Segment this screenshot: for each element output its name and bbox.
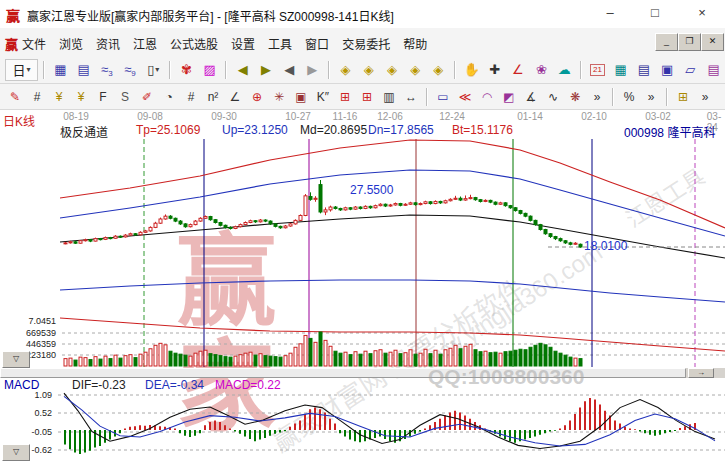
collapse-macd-button[interactable]: ▽ — [2, 444, 30, 461]
colored-chart-icon[interactable]: ▨ — [199, 60, 220, 80]
chart-canvas[interactable] — [0, 110, 725, 467]
knot-icon[interactable]: ▦ — [50, 60, 71, 80]
calculator-icon-glyph: ▦ — [615, 62, 627, 77]
collapse-volume-button[interactable]: ▽ — [2, 351, 30, 368]
menu-item-help[interactable]: 帮助 — [403, 35, 427, 52]
drag-hand-icon-glyph: ✋ — [463, 62, 479, 77]
angles-tool-icon[interactable]: ∡ — [521, 87, 541, 107]
square-spiral-icon[interactable]: ▣ — [291, 87, 311, 107]
prev-bar-icon-glyph: ◀ — [284, 62, 294, 77]
menu-item-trade-entrust[interactable]: 交易委托 — [342, 35, 390, 52]
period-selector-button-glyph: 日 — [12, 60, 25, 79]
more-tools-3-button[interactable]: » — [695, 87, 715, 107]
last-bar-icon[interactable]: ▶ — [255, 60, 276, 80]
clock-grid-icon[interactable]: ◔ — [159, 87, 179, 107]
maximize-button[interactable]: □ — [640, 5, 670, 23]
percent-icon[interactable]: % — [619, 87, 639, 107]
wave-9-icon[interactable]: ≈9 — [119, 60, 140, 80]
minimize-button[interactable]: – — [595, 5, 625, 23]
shift-right-icon[interactable]: ◈ — [358, 60, 379, 80]
box-tool-icon[interactable]: ▭ — [433, 87, 453, 107]
measure-icon[interactable]: ↔ — [401, 87, 421, 107]
win-grid-icon[interactable]: ⊞ — [357, 87, 377, 107]
fan-lines-icon[interactable]: ≪ — [455, 87, 475, 107]
price-axis-bottom-label: 7.0451 — [0, 316, 56, 326]
copy-icon[interactable]: ▱ — [680, 60, 701, 80]
grid-icon[interactable]: # — [27, 87, 47, 107]
menu-item-news[interactable]: 资讯 — [96, 35, 120, 52]
zigzag-icon[interactable]: ∿ — [543, 87, 563, 107]
period-selector-button[interactable]: 日▾ — [5, 59, 38, 81]
menu-item-window[interactable]: 窗口 — [305, 35, 329, 52]
flower-marker-icon[interactable]: ❀ — [531, 60, 552, 80]
expand-all-icon[interactable]: ◈ — [405, 60, 426, 80]
scroll-right-button[interactable]: → — [688, 368, 714, 378]
print-icon[interactable]: ▤ — [703, 60, 724, 80]
report-icon[interactable]: ▤ — [73, 60, 94, 80]
colored-chart-icon-glyph: ▨ — [203, 62, 215, 77]
next-bar-icon-glyph: ▶ — [307, 62, 317, 77]
spiral-icon[interactable]: S — [115, 87, 135, 107]
menu-logo-icon: 赢 — [5, 34, 18, 53]
shen-grid-icon[interactable]: ⊞ — [335, 87, 355, 107]
fan-square-icon[interactable]: ◩ — [499, 87, 519, 107]
app-logo-icon: 赢 — [6, 5, 20, 25]
drag-hand-icon[interactable]: ✋ — [461, 60, 482, 80]
date-tick-label: 12-24 — [439, 111, 465, 122]
menu-item-formula-stock-pick[interactable]: 公式选股 — [170, 35, 218, 52]
golden-grid-icon[interactable]: ⊞ — [673, 87, 693, 107]
menu-item-tools[interactable]: 工具 — [268, 35, 292, 52]
web-icon[interactable]: ✳ — [269, 87, 289, 107]
first-bar-icon[interactable]: ◀ — [232, 60, 253, 80]
date-tick-label: 09-08 — [137, 111, 163, 122]
mdi-minimize-button[interactable]: _ — [655, 33, 678, 51]
grid-icon-glyph: # — [34, 90, 41, 104]
date-tick-label: 02-10 — [581, 111, 607, 122]
gold-grid-1-icon[interactable]: ¥ — [49, 87, 69, 107]
chart-window: 赢家财富网 股票分析软件 www.yingjia360.com 江恩工具 赢家 … — [0, 110, 725, 467]
date-tick-label: 08-19 — [63, 111, 89, 122]
calendar-icon[interactable]: 21 — [587, 60, 608, 80]
horizontal-scrollbar[interactable]: → — [0, 368, 725, 378]
shift-left-icon[interactable]: ◈ — [335, 60, 356, 80]
expand-horizontal-icon[interactable]: ◈ — [381, 60, 402, 80]
compress-icon[interactable]: ◈ — [428, 60, 449, 80]
menu-item-browse[interactable]: 浏览 — [59, 35, 83, 52]
wave-3-icon[interactable]: ≈3 — [96, 60, 117, 80]
candle-style-button[interactable]: ▯▾ — [143, 60, 164, 80]
save-icon[interactable]: ▣ — [657, 60, 678, 80]
menu-bar: 赢 文件浏览资讯江恩公式选股设置工具窗口交易委托帮助 _ ❐ ✕ — [0, 28, 725, 57]
mdi-restore-button[interactable]: ❐ — [678, 33, 701, 51]
pen-chart-icon[interactable]: ✐ — [137, 87, 157, 107]
mdi-close-button[interactable]: ✕ — [701, 33, 724, 51]
k-quote-icon[interactable]: K″ — [313, 87, 333, 107]
menu-item-file[interactable]: 文件 — [22, 35, 46, 52]
figure-icon[interactable]: ✾ — [176, 60, 197, 80]
notebook-icon[interactable]: ▤ — [633, 60, 654, 80]
protractor-icon[interactable]: ∠ — [507, 60, 528, 80]
n2-grid-icon[interactable]: n² — [203, 87, 223, 107]
arc-tool-icon[interactable]: ◠ — [477, 87, 497, 107]
date-tick-label: 09-30 — [211, 111, 237, 122]
gann-fan-circle-icon[interactable]: ⊕ — [247, 87, 267, 107]
macd-value: MACD=0.22 — [215, 378, 281, 392]
bars-grid-icon[interactable]: # — [181, 87, 201, 107]
menu-item-gann[interactable]: 江恩 — [133, 35, 157, 52]
prev-bar-icon[interactable]: ◀ — [279, 60, 300, 80]
close-button[interactable]: × — [687, 5, 717, 23]
gold-grid-2-icon[interactable]: ¥ — [71, 87, 91, 107]
brush-icon[interactable]: ✎ — [5, 87, 25, 107]
calculator-icon[interactable]: ▦ — [610, 60, 631, 80]
more-tools-2-button[interactable]: » — [641, 87, 661, 107]
ruler-123-icon[interactable]: ▥ — [379, 87, 399, 107]
crosshair-icon[interactable]: ✚ — [484, 60, 505, 80]
cloud-icon[interactable]: ☁ — [554, 60, 575, 80]
angle-line-icon[interactable]: ∠ — [225, 87, 245, 107]
menu-item-settings[interactable]: 设置 — [231, 35, 255, 52]
spiderweb-icon[interactable]: ❋ — [565, 87, 585, 107]
candle-style-button-glyph: ▯ — [147, 62, 154, 77]
next-bar-icon[interactable]: ▶ — [302, 60, 323, 80]
f-grid-icon[interactable]: F — [93, 87, 113, 107]
more-tools-1-button[interactable]: » — [587, 87, 607, 107]
toolbar-separator — [612, 88, 614, 106]
